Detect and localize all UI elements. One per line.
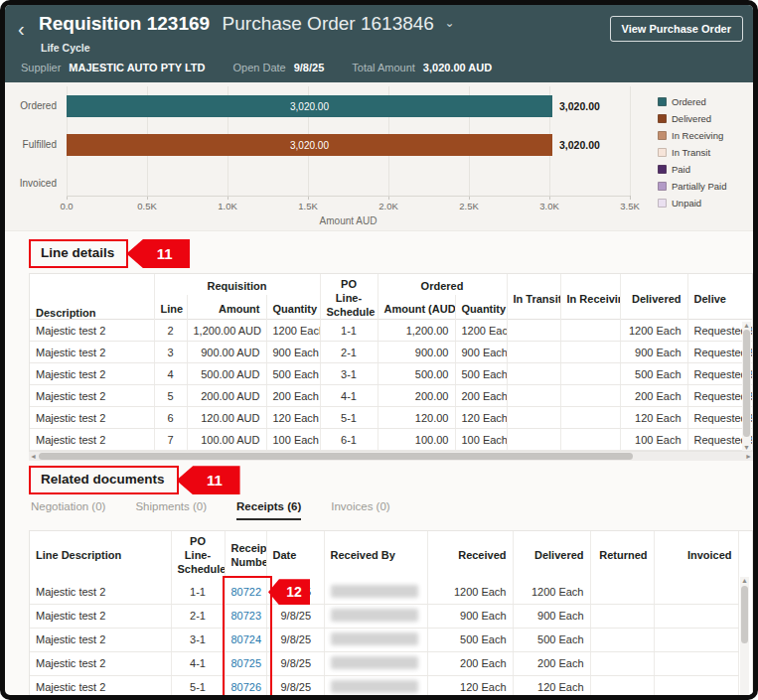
cell-po-line-schedule: 1-1 — [320, 320, 378, 342]
scroll-up-icon[interactable]: ▲ — [743, 321, 750, 330]
col-quantity: Quantity — [266, 295, 320, 320]
table-row: Majestic test 2 1-1 80722 9/8/25 1200 Ea… — [30, 581, 738, 605]
col-ordered-amount: Amount (AUD) — [378, 295, 455, 320]
col-po-line-schedule: PO Line-Schedule — [320, 274, 378, 320]
cell-invoiced — [654, 651, 738, 675]
page-subtitle: Life Cycle — [41, 42, 90, 54]
line-details-horizontal-scrollbar[interactable]: ◄ ► — [29, 452, 753, 461]
cell-ordered-amount: 900.00 — [378, 342, 455, 363]
legend-label: Partially Paid — [672, 181, 726, 192]
tab-receipts[interactable]: Receipts (6) — [236, 500, 301, 520]
page-title: Requisition 123169 Purchase Order 161384… — [39, 13, 454, 35]
annotation-callout-11b: 11 — [177, 466, 240, 494]
cell-in-transit — [507, 363, 560, 385]
col-line: Line — [154, 295, 187, 320]
receipts-table-wrap: Line Description PO Line-Schedule Receip… — [29, 530, 753, 700]
legend-swatch — [658, 182, 667, 191]
cell-ordered-quantity: 200 Each — [455, 385, 507, 407]
cell-in-transit — [507, 320, 560, 342]
legend-swatch — [658, 199, 667, 208]
col-amount: Amount — [187, 295, 266, 320]
chart-legend: OrderedDeliveredIn ReceivingIn TransitPa… — [658, 93, 747, 211]
bar-end-value-label: 3,020.00 — [559, 134, 600, 156]
line-details-table-wrap: Description Requisition PO Line-Schedule… — [29, 273, 753, 452]
cell-amount: 1,200.00 AUD — [187, 320, 266, 342]
cell-in-receiving — [560, 320, 620, 342]
legend-swatch — [658, 165, 667, 174]
legend-label: Ordered — [672, 96, 706, 107]
purchase-order-title: Purchase Order 1613846 — [223, 13, 434, 34]
cell-line-description: Majestic test 2 — [30, 581, 171, 605]
col-returned: Returned — [590, 531, 654, 580]
cell-quantity: 1200 Each — [266, 320, 320, 342]
table-row: Majestic test 2 5 200.00 AUD 200 Each 4-… — [30, 385, 753, 407]
back-icon[interactable]: ‹ — [18, 19, 25, 39]
receipt-number-link[interactable]: 80725 — [231, 657, 262, 669]
cell-in-receiving — [560, 429, 620, 451]
bar-end-value-label: 3,020.00 — [559, 95, 600, 117]
cell-in-transit — [507, 385, 560, 407]
requisition-title: Requisition 123169 — [39, 13, 210, 34]
cell-ordered-amount: 1,200.00 — [378, 320, 455, 342]
open-date-value: 9/8/25 — [294, 62, 325, 73]
view-purchase-order-button[interactable]: View Purchase Order — [610, 16, 743, 42]
related-documents-tabs: Negotiation (0) Shipments (0) Receipts (… — [31, 500, 753, 524]
x-axis-line — [67, 196, 630, 197]
scroll-right-icon[interactable]: ► — [745, 452, 752, 461]
x-tick-label: 0.5K — [125, 201, 169, 211]
supplier-label: Supplier — [21, 62, 61, 73]
lifecycle-chart: 0.00.5K1.0K1.5K2.0K2.5K3.0K3.5KOrdered3,… — [5, 82, 753, 231]
legend-item: Unpaid — [658, 195, 747, 211]
cell-delivered: 120 Each — [513, 675, 590, 699]
col-date: Date — [266, 531, 324, 580]
x-axis-title: Amount AUD — [67, 215, 630, 226]
cell-quantity: 120 Each — [266, 407, 320, 429]
y-category-label: Invoiced — [5, 178, 57, 189]
app-window: ‹ Requisition 123169 Purchase Order 1613… — [0, 0, 758, 700]
scroll-up-icon[interactable]: ▲ — [741, 576, 748, 585]
legend-swatch — [658, 97, 667, 106]
receipt-number-link[interactable]: 80722 — [231, 586, 262, 598]
legend-swatch — [658, 114, 667, 123]
legend-item: Delivered — [658, 110, 747, 127]
x-tick-label: 2.0K — [367, 201, 410, 211]
cell-line-description: Majestic test 2 — [30, 651, 171, 675]
scrollbar-thumb[interactable] — [39, 453, 633, 460]
receipts-vertical-scrollbar[interactable]: ▲ ▼ — [740, 577, 749, 700]
receipt-number-link[interactable]: 80723 — [231, 610, 262, 622]
cell-line: 6 — [154, 407, 187, 429]
cell-amount: 200.00 AUD — [187, 385, 266, 407]
scroll-left-icon[interactable]: ◄ — [30, 452, 37, 461]
cell-delivered: 1200 Each — [620, 320, 687, 342]
line-details-vertical-scrollbar[interactable]: ▲ ▼ — [742, 322, 751, 451]
tab-invoices[interactable]: Invoices (0) — [331, 500, 389, 518]
receipt-number-link[interactable]: 80724 — [231, 633, 262, 645]
cell-date: 9/8/25 — [266, 651, 324, 675]
cell-ordered-quantity: 120 Each — [455, 407, 507, 429]
receipt-number-link[interactable]: 80726 — [231, 681, 262, 693]
chevron-down-icon[interactable]: ⌄ — [444, 16, 454, 30]
cell-amount: 900.00 AUD — [187, 342, 266, 363]
cell-ordered-amount: 200.00 — [378, 385, 455, 407]
chart-bar-ordered: 3,020.00 — [67, 95, 552, 117]
cell-in-transit — [507, 342, 560, 363]
table-row: Majestic test 2 2-1 80723 9/8/25 900 Eac… — [30, 604, 738, 628]
colgroup-requisition: Requisition — [154, 274, 320, 295]
cell-quantity: 500 Each — [266, 363, 320, 385]
table-row: Majestic test 2 2 1,200.00 AUD 1200 Each… — [30, 320, 753, 342]
col-delivered: Delivered — [513, 531, 590, 580]
col-in-transit: In Transit — [507, 274, 560, 320]
cell-line-description: Majestic test 2 — [30, 675, 171, 699]
cell-delivered: 1200 Each — [513, 581, 590, 605]
tab-shipments[interactable]: Shipments (0) — [135, 500, 207, 518]
table-row: Majestic test 2 5-1 80726 9/8/25 120 Eac… — [30, 675, 738, 699]
tab-negotiation[interactable]: Negotiation (0) — [31, 500, 105, 518]
total-amount-label: Total Amount — [352, 62, 415, 73]
x-tick-label: 1.5K — [286, 201, 330, 211]
annotation-callout-11: 11 — [126, 239, 190, 268]
scroll-down-icon[interactable]: ▼ — [743, 443, 750, 452]
open-date-label: Open Date — [232, 62, 285, 73]
cell-description: Majestic test 2 — [30, 363, 154, 385]
y-category-label: Ordered — [5, 100, 57, 111]
x-tick-label: 3.5K — [608, 201, 652, 211]
